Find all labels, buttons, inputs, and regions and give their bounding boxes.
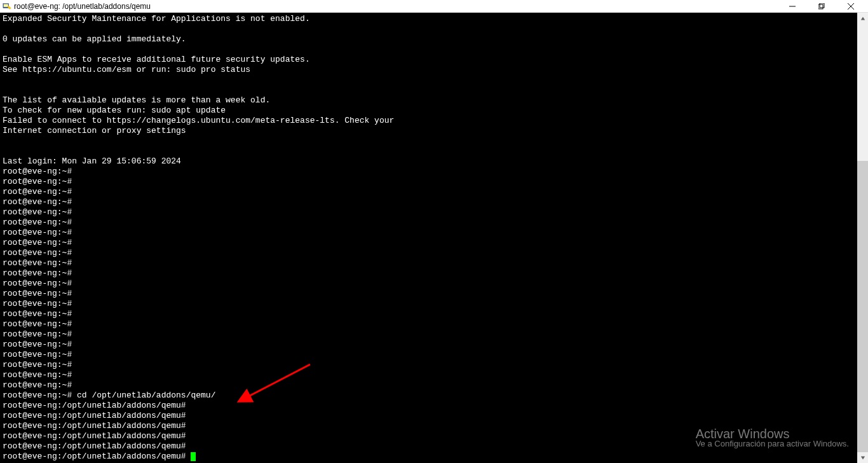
watermark-subtitle: Ve a Configuración para activar Windows. bbox=[696, 439, 849, 449]
windows-activation-watermark: Activar Windows Ve a Configuración para … bbox=[696, 429, 849, 449]
scrollbar-up-icon[interactable] bbox=[857, 13, 868, 24]
watermark-title: Activar Windows bbox=[696, 429, 849, 439]
titlebar-controls bbox=[778, 0, 865, 13]
scrollbar[interactable] bbox=[857, 13, 868, 463]
terminal-content: Expanded Security Maintenance for Applic… bbox=[3, 14, 855, 462]
terminal[interactable]: Expanded Security Maintenance for Applic… bbox=[0, 13, 868, 463]
scrollbar-thumb[interactable] bbox=[857, 161, 868, 452]
window-titlebar: root@eve-ng: /opt/unetlab/addons/qemu bbox=[0, 0, 868, 13]
close-button[interactable] bbox=[836, 0, 865, 13]
putty-icon bbox=[3, 2, 11, 11]
svg-rect-1 bbox=[4, 4, 8, 6]
scrollbar-down-icon[interactable] bbox=[857, 452, 868, 463]
svg-rect-4 bbox=[820, 3, 824, 8]
minimize-button[interactable] bbox=[778, 0, 807, 13]
maximize-button[interactable] bbox=[807, 0, 836, 13]
terminal-cursor bbox=[191, 452, 196, 461]
svg-rect-3 bbox=[818, 4, 823, 9]
window-title: root@eve-ng: /opt/unetlab/addons/qemu bbox=[14, 2, 151, 11]
titlebar-left: root@eve-ng: /opt/unetlab/addons/qemu bbox=[3, 2, 151, 11]
scrollbar-track[interactable] bbox=[857, 24, 868, 452]
